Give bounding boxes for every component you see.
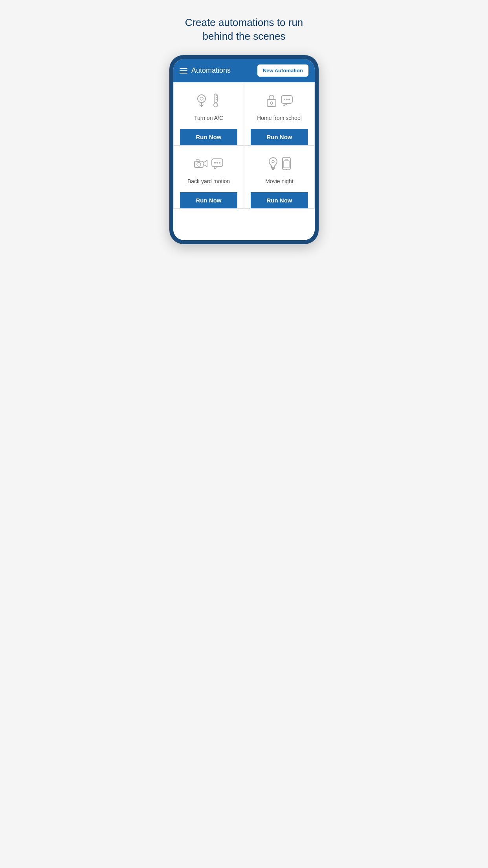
lightbulb-icon	[268, 156, 279, 171]
app-header: Automations New Automation	[173, 59, 315, 82]
svg-rect-27	[284, 161, 289, 168]
automation-card-back-yard-motion: Back yard motion Run Now	[173, 145, 244, 209]
card-icons-home-from-school	[266, 90, 293, 110]
chat-bubble-icon-2	[211, 157, 224, 170]
run-now-button-back-yard-motion[interactable]: Run Now	[180, 192, 237, 208]
automation-card-turn-on-ac: Turn on A/C Run Now	[173, 82, 244, 145]
svg-point-16	[197, 162, 201, 166]
lock-icon	[266, 93, 277, 107]
new-automation-button[interactable]: New Automation	[257, 64, 308, 77]
svg-point-0	[198, 95, 205, 103]
card-label-movie-night: Movie night	[265, 178, 294, 184]
card-label-home-from-school: Home from school	[257, 115, 302, 121]
app-footer	[173, 209, 315, 240]
run-now-button-turn-on-ac[interactable]: Run Now	[180, 129, 237, 145]
svg-point-24	[272, 160, 274, 163]
card-icons-movie-night	[268, 154, 291, 173]
run-now-button-movie-night[interactable]: Run Now	[251, 192, 308, 208]
automation-card-home-from-school: Home from school Run Now	[244, 82, 315, 145]
svg-point-12	[284, 99, 285, 100]
phone-frame: Automations New Automation	[169, 55, 319, 244]
card-icons-turn-on-ac	[196, 90, 221, 110]
phone-inner: Automations New Automation	[173, 59, 315, 240]
run-now-button-home-from-school[interactable]: Run Now	[251, 129, 308, 145]
card-label-turn-on-ac: Turn on A/C	[194, 115, 223, 121]
camera-icon	[194, 158, 208, 169]
automations-grid: Turn on A/C Run Now	[173, 82, 315, 209]
svg-point-13	[286, 99, 288, 100]
thermometer-icon	[210, 93, 221, 107]
page-headline: Create automations to run behind the sce…	[163, 8, 325, 43]
svg-point-21	[219, 162, 220, 164]
card-icons-back-yard-motion	[194, 154, 224, 173]
menu-icon[interactable]	[180, 68, 187, 74]
svg-point-1	[200, 97, 203, 100]
page-wrapper: Create automations to run behind the sce…	[163, 8, 325, 244]
chat-bubble-icon-1	[281, 94, 293, 107]
svg-rect-17	[196, 160, 199, 162]
svg-point-14	[288, 99, 290, 100]
svg-rect-8	[267, 99, 276, 107]
svg-point-20	[216, 162, 218, 164]
svg-point-28	[286, 169, 287, 170]
svg-point-9	[270, 102, 273, 104]
app-title: Automations	[191, 66, 231, 75]
svg-point-6	[214, 103, 218, 107]
phone-icon	[282, 156, 291, 171]
svg-point-19	[214, 162, 216, 164]
card-label-back-yard-motion: Back yard motion	[187, 178, 230, 184]
automation-card-movie-night: Movie night Run Now	[244, 145, 315, 209]
location-pin-icon	[196, 94, 207, 107]
header-left: Automations	[180, 66, 231, 75]
